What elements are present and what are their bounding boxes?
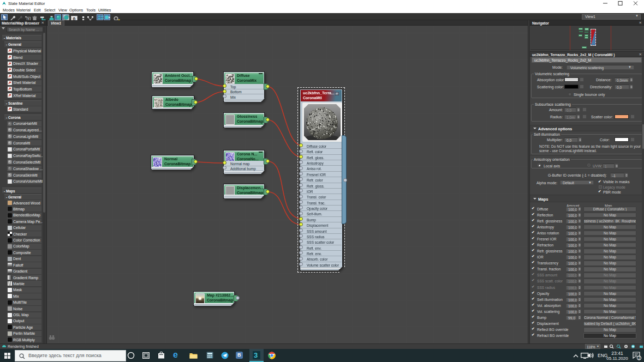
svg-text:2: 2: [639, 356, 641, 360]
